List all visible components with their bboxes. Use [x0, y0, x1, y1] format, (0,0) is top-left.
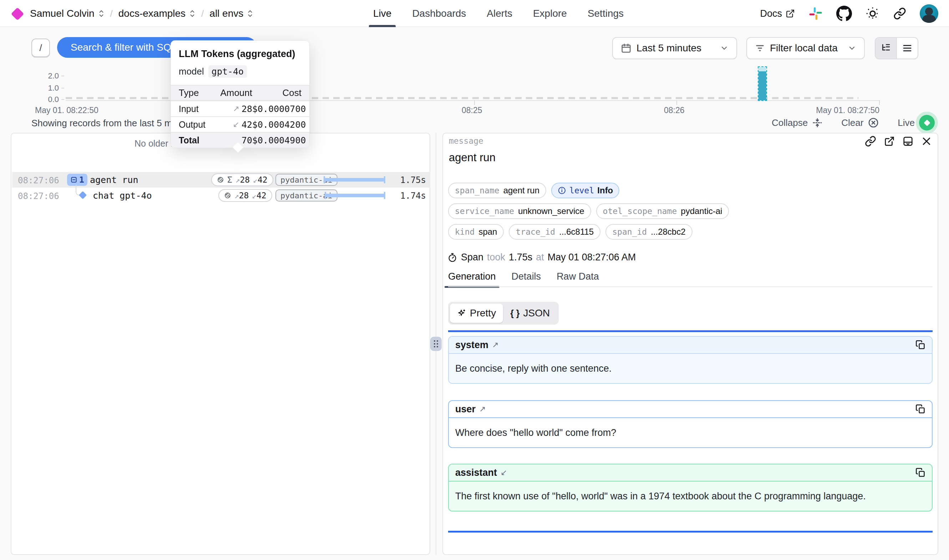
slash-shortcut-key[interactable]: /	[31, 38, 50, 57]
input-tokens: 28	[239, 191, 249, 200]
output-tokens: 42	[257, 191, 266, 200]
nav-tab-live[interactable]: Live	[373, 0, 391, 27]
trace-id-badge[interactable]: trace_id ...6c8115	[509, 224, 600, 240]
tree-view-button[interactable]	[875, 38, 896, 58]
sparkle-icon	[457, 309, 466, 318]
row-type: Output	[179, 120, 214, 130]
time-range-dropdown[interactable]: Last 5 minutes	[612, 37, 737, 59]
tabs-bottom-border	[448, 286, 933, 287]
collapse-node-icon	[70, 176, 77, 183]
trace-row-agent-run[interactable]: 08:27:06 1 agent run Σ ↗28 ↙42 pydantic-…	[12, 172, 430, 188]
span-id-badge[interactable]: span_id ...28cbc2	[605, 224, 692, 240]
clear-button[interactable]: Clear	[841, 117, 879, 128]
nav-label: Alerts	[487, 8, 512, 19]
trace-row-chat-gpt4o[interactable]: 08:27:06 chat gpt-4o ↗28 ↙42 pydantic-ai…	[12, 188, 430, 203]
grip-dots-icon	[434, 340, 438, 348]
live-toggle-button[interactable]: Live	[898, 115, 935, 131]
top-header: Samuel Colvin / docs-examples / all envs…	[0, 0, 949, 27]
level-badge[interactable]: level Info	[551, 183, 619, 198]
bar-hover-cap	[758, 67, 766, 71]
pretty-json-toggle: Pretty { } JSON	[448, 302, 559, 325]
attr-value: Info	[597, 186, 613, 195]
main-nav: Live Dashboards Alerts Explore Settings	[373, 0, 624, 27]
selected-record-bar[interactable]	[758, 66, 767, 101]
org-switcher[interactable]: Samuel Colvin	[30, 8, 105, 19]
filter-local-data-dropdown[interactable]: Filter local data	[746, 37, 865, 59]
slack-icon[interactable]	[808, 6, 823, 21]
service-name-badge[interactable]: service_name unknown_service	[448, 203, 591, 219]
tab-raw-data[interactable]: Raw Data	[557, 271, 599, 288]
search-button-label: Search & filter with SQL	[71, 42, 177, 53]
panel-resize-handle[interactable]	[430, 337, 442, 351]
attr-key: span_name	[455, 186, 500, 195]
token-usage-pill[interactable]: ↗28 ↙42	[218, 189, 272, 202]
collapse-button[interactable]: Collapse	[772, 117, 823, 128]
copy-icon[interactable]	[915, 340, 926, 350]
chevron-down-icon	[847, 44, 856, 52]
pretty-label: Pretty	[470, 308, 496, 319]
logfire-logo-icon[interactable]	[11, 8, 24, 21]
nav-label: Dashboards	[412, 8, 466, 19]
env-switcher[interactable]: all envs	[209, 8, 253, 19]
tab-generation[interactable]: Generation	[448, 271, 496, 288]
attribute-badges-row-2: service_name unknown_service otel_scope_…	[448, 203, 729, 219]
chevron-down-icon	[720, 44, 729, 52]
user-avatar[interactable]	[920, 4, 938, 23]
nav-tab-settings[interactable]: Settings	[588, 0, 624, 27]
span-name: agent run	[90, 175, 138, 185]
dock-panel-icon[interactable]	[903, 136, 913, 146]
nav-tab-explore[interactable]: Explore	[533, 0, 567, 27]
json-view-button[interactable]: { } JSON	[503, 303, 557, 323]
span-name-badge[interactable]: span_name agent run	[448, 183, 546, 198]
nav-tab-alerts[interactable]: Alerts	[487, 0, 512, 27]
clear-label: Clear	[841, 117, 863, 128]
info-icon	[558, 186, 566, 195]
x-tick-label: 08:26	[664, 106, 684, 115]
attribute-badges-row-1: span_name agent run level Info	[448, 183, 619, 198]
kind-badge[interactable]: kind span	[448, 224, 504, 240]
theme-sun-icon[interactable]	[866, 6, 880, 21]
time-range-label: Last 5 minutes	[637, 42, 701, 54]
tooltip-title: LLM Tokens (aggregated)	[171, 41, 309, 60]
nav-tab-dashboards[interactable]: Dashboards	[412, 0, 466, 27]
docs-link[interactable]: Docs	[760, 8, 795, 19]
copy-icon[interactable]	[915, 404, 926, 414]
row-cost: $0.0000700	[252, 104, 306, 114]
y-tick-mark	[62, 75, 64, 76]
x-axis-end-tick	[879, 100, 880, 105]
json-label: JSON	[523, 308, 550, 319]
collapse-children-badge[interactable]: 1	[67, 174, 88, 186]
share-link-icon[interactable]	[894, 7, 906, 20]
otel-scope-badge[interactable]: otel_scope_name pydantic-ai	[596, 203, 729, 219]
filter-icon	[755, 43, 765, 53]
project-switcher[interactable]: docs-examples	[118, 8, 195, 19]
row-cost: $0.0004200	[252, 120, 306, 130]
calendar-icon	[621, 43, 632, 54]
message-role: system	[455, 340, 488, 351]
copy-link-icon[interactable]	[865, 135, 876, 147]
pretty-view-button[interactable]: Pretty	[450, 303, 503, 323]
attr-key: trace_id	[515, 227, 555, 237]
tree-view-icon	[880, 43, 891, 54]
row-timestamp: 08:27:06	[18, 175, 59, 186]
token-usage-pill[interactable]: Σ ↗28 ↙42	[211, 173, 273, 186]
row-amount: 42	[241, 120, 252, 130]
docs-label: Docs	[760, 8, 782, 19]
trace-list-panel: 08:27:06 1 agent run Σ ↗28 ↙42 pydantic-…	[11, 133, 430, 555]
tab-details[interactable]: Details	[512, 271, 541, 288]
system-message-card: system ↗ Be concise, reply with one sent…	[448, 336, 933, 384]
duration-value: 1.74s	[400, 191, 426, 201]
open-in-new-icon[interactable]	[884, 136, 895, 146]
close-icon[interactable]	[921, 136, 932, 146]
input-arrow-icon: ↗	[492, 340, 498, 349]
row-cost: $0.0004900	[252, 135, 306, 146]
attr-key: service_name	[455, 206, 514, 216]
list-view-button[interactable]	[896, 38, 918, 58]
attr-value: ...6c8115	[559, 227, 594, 237]
output-arrow-icon: ↙	[252, 192, 257, 200]
github-icon[interactable]	[836, 6, 852, 22]
nav-label: Explore	[533, 8, 567, 19]
org-name: Samuel Colvin	[30, 8, 95, 19]
attr-value: pydantic-ai	[681, 206, 722, 216]
copy-icon[interactable]	[915, 468, 926, 478]
